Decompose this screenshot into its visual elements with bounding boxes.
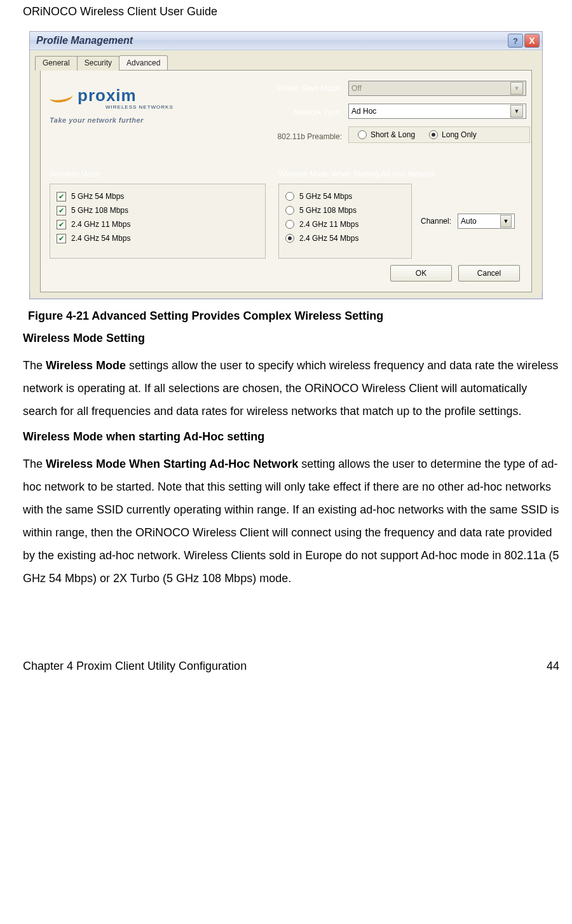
preamble-long-only-label: Long Only <box>442 130 477 139</box>
dialog-title: Profile Management <box>36 35 133 46</box>
preamble-short-long[interactable]: Short & Long <box>358 130 415 139</box>
chevron-down-icon[interactable]: ▼ <box>500 215 512 228</box>
wireless-mode-header: Wireless Mode <box>50 170 266 179</box>
radio-icon <box>285 234 294 243</box>
wireless-mode-list: ✔5 GHz 54 Mbps ✔5 GHz 108 Mbps ✔2.4 GHz … <box>50 184 266 259</box>
logo-tagline: Take your network further <box>50 116 144 124</box>
paragraph: The Wireless Mode When Starting Ad-Hoc N… <box>23 452 559 590</box>
preamble-short-long-label: Short & Long <box>371 130 415 139</box>
wm-check-5ghz108[interactable]: ✔5 GHz 108 Mbps <box>57 203 259 217</box>
wm-check-24ghz11[interactable]: ✔2.4 GHz 11 Mbps <box>57 217 259 231</box>
proxim-logo: proxim WIRELESS NETWORKS Take your netwo… <box>50 79 228 124</box>
power-save-select: Off ▼ <box>348 81 526 96</box>
document-header: ORiNOCO Wireless Client User Guide <box>23 5 559 18</box>
help-button[interactable]: ? <box>508 34 523 48</box>
figure-caption: Figure 4-21 Advanced Setting Provides Co… <box>28 309 559 323</box>
preamble-label: 802.11b Preamble: <box>234 130 342 143</box>
section-wireless-mode-adhoc: Wireless Mode when starting Ad-Hoc setti… <box>23 430 559 444</box>
profile-management-dialog: Profile Management ? X General Security … <box>29 31 543 299</box>
wm-check-5ghz54[interactable]: ✔5 GHz 54 Mbps <box>57 189 259 203</box>
radio-icon <box>285 220 294 229</box>
wireless-mode-adhoc-header: Wireless Mode When Starting Ad Hoc Netwo… <box>278 170 522 179</box>
adhoc-radio-24ghz54[interactable]: 2.4 GHz 54 Mbps <box>285 231 405 245</box>
wm-check-24ghz54[interactable]: ✔2.4 GHz 54 Mbps <box>57 231 259 245</box>
radio-icon <box>285 192 294 201</box>
checkbox-icon: ✔ <box>57 234 66 243</box>
radio-icon <box>429 130 438 139</box>
wireless-mode-adhoc-list: 5 GHz 54 Mbps 5 GHz 108 Mbps 2.4 GHz 11 … <box>278 184 412 259</box>
tab-general[interactable]: General <box>35 56 78 71</box>
power-save-label: Power Save Mode: <box>234 82 342 95</box>
section-wireless-mode-setting: Wireless Mode Setting <box>23 332 559 345</box>
close-button[interactable]: X <box>524 34 540 48</box>
swoosh-icon <box>50 88 72 107</box>
adhoc-radio-5ghz108[interactable]: 5 GHz 108 Mbps <box>285 203 405 217</box>
power-save-value: Off <box>351 84 362 93</box>
help-icon: ? <box>513 36 518 46</box>
logo-brand: proxim <box>78 86 174 105</box>
adhoc-radio-5ghz54[interactable]: 5 GHz 54 Mbps <box>285 189 405 203</box>
channel-value: Auto <box>461 217 477 226</box>
checkbox-icon: ✔ <box>57 192 66 201</box>
network-type-select[interactable]: Ad Hoc ▼ <box>348 104 526 119</box>
checkbox-icon: ✔ <box>57 220 66 229</box>
preamble-long-only[interactable]: Long Only <box>429 130 477 139</box>
ok-button[interactable]: OK <box>390 265 452 282</box>
channel-select[interactable]: Auto ▼ <box>458 214 515 229</box>
chevron-down-icon: ▼ <box>510 82 523 95</box>
checkbox-icon: ✔ <box>57 206 66 215</box>
radio-icon <box>285 206 294 215</box>
paragraph: The Wireless Mode settings allow the use… <box>23 354 559 423</box>
cancel-button[interactable]: Cancel <box>458 265 520 282</box>
footer-page-number: 44 <box>547 660 559 673</box>
radio-icon <box>358 130 367 139</box>
logo-subtext: WIRELESS NETWORKS <box>106 104 174 110</box>
network-type-value: Ad Hoc <box>351 107 376 116</box>
chevron-down-icon[interactable]: ▼ <box>510 105 523 118</box>
channel-label: Channel: <box>421 217 451 226</box>
footer-chapter: Chapter 4 Proxim Client Utility Configur… <box>23 660 247 673</box>
titlebar: Profile Management ? X <box>30 32 542 50</box>
tab-advanced[interactable]: Advanced <box>119 55 168 70</box>
tab-security[interactable]: Security <box>77 56 119 71</box>
close-icon: X <box>529 36 535 45</box>
adhoc-radio-24ghz11[interactable]: 2.4 GHz 11 Mbps <box>285 217 405 231</box>
preamble-radio-group: Short & Long Long Only <box>348 126 530 143</box>
network-type-label: Network Type: <box>234 106 342 119</box>
tab-panel-advanced: proxim WIRELESS NETWORKS Take your netwo… <box>40 70 532 292</box>
